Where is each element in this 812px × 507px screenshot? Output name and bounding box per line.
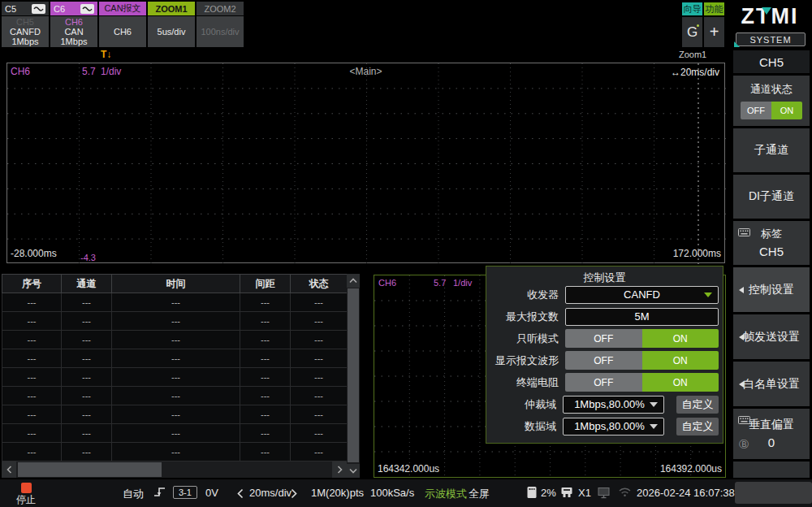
max-frames-field[interactable]: 5M — [565, 308, 719, 326]
sine-wave-icon — [32, 4, 45, 14]
table-hscrollbar[interactable] — [2, 462, 347, 478]
system-button[interactable]: SYSTEM — [736, 32, 806, 46]
terminal-resistor-off-button[interactable]: OFF — [565, 373, 642, 392]
table-row[interactable]: --------------- — [2, 405, 348, 424]
function-button[interactable]: 功能 — [704, 2, 724, 15]
status-corner-panel[interactable] — [735, 482, 812, 504]
tab-ch6[interactable]: C6 CH6 CAN 1Mbps — [50, 2, 97, 47]
trigger-position-marker[interactable]: T↓ — [101, 49, 111, 60]
listen-only-on-button[interactable]: ON — [642, 329, 719, 348]
trigger-mode-label[interactable]: 自动 — [123, 487, 144, 501]
table-cell: --- — [291, 312, 348, 331]
guide-button[interactable]: G — [682, 17, 702, 47]
show-waveform-label: 显示报文波形 — [486, 353, 565, 368]
sidebar-item-frame-send-settings[interactable]: 帧发送设置 — [733, 314, 810, 359]
listen-only-off-button[interactable]: OFF — [565, 329, 642, 348]
max-frames-label: 最大报文数 — [486, 310, 565, 324]
tab-ch5[interactable]: C5 CH5 CANFD 1Mbps — [2, 2, 49, 47]
table-cell: --- — [240, 293, 291, 312]
trigger-level-value[interactable]: 0V — [205, 487, 218, 499]
data-field-row: 数据域 1Mbps,80.00% 自定义 — [486, 415, 723, 437]
table-cell: --- — [291, 368, 348, 387]
table-cell: --- — [2, 293, 62, 312]
table-cell: --- — [240, 312, 291, 331]
table-row[interactable]: --------------- — [2, 443, 348, 462]
data-field-custom-button[interactable]: 自定义 — [676, 418, 719, 436]
table-cell: --- — [240, 424, 291, 443]
chevron-down-icon — [349, 468, 357, 474]
terminal-resistor-on-button[interactable]: ON — [642, 373, 719, 392]
table-header-cell[interactable]: 通道 — [62, 275, 112, 293]
table-row[interactable]: --------------- — [2, 424, 348, 443]
record-length-value[interactable]: 1M(20k)pts — [311, 487, 364, 499]
scope-mode-button[interactable]: 示波模式 — [425, 487, 467, 501]
stop-label[interactable]: 停止 — [16, 493, 36, 507]
sidebar-item-subchannel[interactable]: 子通道 — [733, 128, 810, 172]
table-row[interactable]: --------------- — [2, 312, 348, 331]
table-vscrollbar[interactable] — [347, 274, 360, 478]
show-waveform-off-button[interactable]: OFF — [565, 351, 642, 370]
timebase-decrease-button[interactable] — [237, 488, 244, 502]
timebase-increase-button[interactable] — [291, 488, 297, 502]
wizard-button[interactable]: 向导 — [682, 2, 702, 15]
sidebar-item-whitelist-settings[interactable]: 白名单设置 — [733, 362, 810, 406]
off-label: OFF — [594, 377, 613, 388]
data-field-dropdown[interactable]: 1Mbps,80.00% — [563, 418, 664, 436]
transceiver-dropdown[interactable]: CANFD — [565, 286, 719, 304]
table-header-cell[interactable]: 序号 — [2, 275, 62, 293]
function-label: 功能 — [706, 3, 723, 15]
stop-icon[interactable] — [21, 483, 32, 493]
tab-ch6-title: C6 — [54, 4, 65, 14]
tab-zoom2[interactable]: ZOOM2 100ns/div — [197, 2, 244, 47]
table-header-cell[interactable]: 时间 — [112, 275, 240, 293]
display-icon[interactable] — [598, 487, 611, 502]
table-cell: --- — [291, 331, 348, 349]
storage-icon[interactable] — [526, 486, 538, 502]
table-cell: --- — [2, 424, 62, 443]
tab-zoom1[interactable]: ZOOM1 5us/div — [148, 2, 195, 47]
table-cell: --- — [112, 349, 240, 368]
channel-on-button[interactable]: ON — [771, 102, 802, 119]
wifi-icon[interactable] — [618, 486, 632, 500]
table-row[interactable]: --------------- — [2, 331, 348, 349]
table-header-cell[interactable]: 间距 — [240, 275, 291, 293]
scroll-down-button[interactable] — [347, 464, 360, 478]
table-cell: --- — [62, 368, 112, 387]
arbitration-dropdown[interactable]: 1Mbps,80.00% — [563, 396, 664, 414]
hscroll-thumb[interactable] — [18, 462, 162, 477]
probe-attenuation[interactable]: X1 — [578, 487, 591, 499]
sidebar-item-vertical-offset[interactable]: 垂直偏置 Ⓑ 0 — [733, 409, 810, 459]
table-header-cell[interactable]: 状态 — [291, 275, 348, 293]
probe-icon[interactable] — [560, 486, 573, 502]
sidebar-item-label[interactable]: 标签 CH5 — [733, 221, 810, 265]
off-label: OFF — [747, 106, 765, 115]
table-row[interactable]: --------------- — [2, 293, 348, 312]
fullscreen-button[interactable]: 全屏 — [469, 487, 490, 501]
scroll-left-button[interactable] — [2, 462, 16, 478]
scroll-right-button[interactable] — [332, 462, 347, 478]
table-row[interactable]: --------------- — [2, 349, 348, 368]
add-button[interactable]: + — [704, 17, 724, 47]
tab-can-message[interactable]: CAN报文 CH6 — [99, 2, 146, 47]
tab-zoom2-scale: 100ns/div — [201, 27, 239, 37]
arbitration-custom-button[interactable]: 自定义 — [676, 396, 719, 414]
sidebar-item-control-settings[interactable]: 控制设置 — [733, 267, 810, 312]
trigger-source-badge[interactable]: 3-1 — [173, 486, 197, 499]
table-row[interactable]: --------------- — [2, 387, 348, 405]
table-row[interactable]: --------------- — [2, 368, 348, 387]
scroll-up-button[interactable] — [347, 274, 360, 288]
chevron-right-icon — [337, 466, 343, 474]
table-cell: --- — [62, 293, 112, 312]
channel-off-button[interactable]: OFF — [741, 102, 771, 119]
show-waveform-on-button[interactable]: ON — [642, 351, 719, 370]
sine-wave-icon — [80, 4, 94, 14]
falling-edge-trigger-icon[interactable] — [153, 486, 166, 502]
main-waveform-area[interactable]: CH6 5.7 1/div <Main> ↔20ms/div -28.000ms… — [6, 63, 725, 263]
vscroll-thumb[interactable] — [348, 288, 359, 462]
sample-rate-value: 100kSa/s — [370, 487, 414, 499]
sidebar-item-di-subchannel[interactable]: DI子通道 — [733, 175, 810, 219]
chevron-left-icon — [6, 466, 12, 474]
main-grid — [7, 63, 726, 264]
timebase-value[interactable]: 20ms/div — [249, 487, 292, 499]
main-time-right: 172.000ms — [673, 248, 721, 259]
